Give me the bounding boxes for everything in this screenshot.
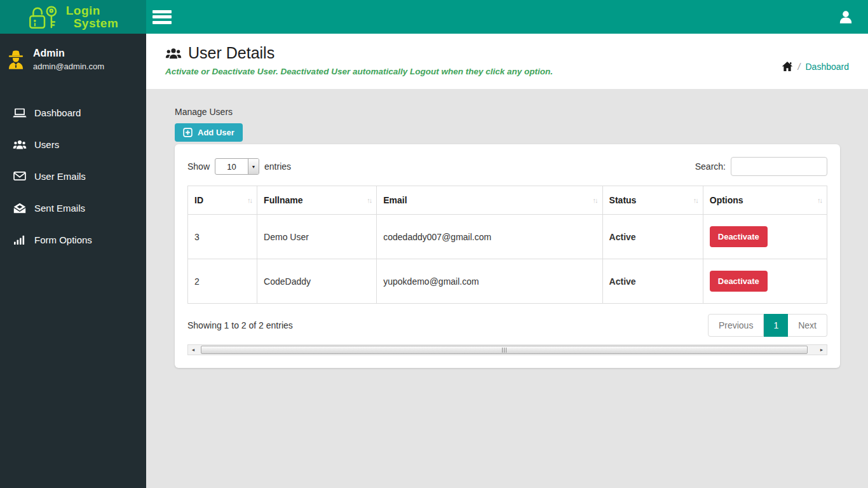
deactivate-button[interactable]: Deactivate — [710, 226, 768, 247]
sidebar-nav: Dashboard Users — [0, 85, 146, 255]
table-row: 3 Demo User codedaddy007@gmail.com Activ… — [188, 215, 827, 259]
user-account-icon[interactable] — [837, 9, 854, 25]
plus-square-icon — [183, 128, 193, 137]
top-header: Login System — [0, 0, 868, 34]
sidebar-item-user-emails[interactable]: User Emails — [0, 160, 146, 192]
sidebar-item-label: Form Options — [34, 234, 92, 245]
user-secret-icon — [6, 50, 25, 70]
column-header-email[interactable]: Email ↑↓ — [377, 186, 602, 215]
main-content: User Details Activate or Deactivate User… — [146, 0, 868, 386]
brand-logo[interactable]: Login System — [0, 0, 146, 34]
table-row: 2 CodeDaddy yupokdemo@gmail.com Active D… — [188, 259, 827, 304]
breadcrumb-link-dashboard[interactable]: Dashboard — [806, 62, 850, 72]
content-body: Manage Users Add User Show 10 ▼ entries — [146, 89, 868, 386]
lock-key-icon — [28, 4, 61, 30]
search-control: Search: — [695, 157, 827, 176]
table-header-row: ID ↑↓ Fullname ↑↓ Email ↑↓ Status — [188, 186, 827, 215]
sidebar-item-dashboard[interactable]: Dashboard — [0, 97, 146, 128]
menu-toggle-button[interactable] — [153, 9, 172, 25]
pagination-previous-button[interactable]: Previous — [708, 314, 764, 337]
page-heading: User Details Activate or Deactivate User… — [165, 44, 553, 76]
cell-id: 2 — [188, 259, 257, 304]
search-input[interactable] — [731, 157, 827, 176]
cell-email: yupokdemo@gmail.com — [377, 259, 602, 304]
topbar — [146, 0, 868, 34]
sort-icon[interactable]: ↑↓ — [247, 196, 252, 204]
signal-bars-icon — [13, 233, 27, 247]
show-label: Show — [187, 161, 210, 172]
sidebar-item-label: Users — [34, 139, 59, 150]
pagination: Previous 1 Next — [708, 314, 827, 337]
breadcrumb: / Dashboard — [782, 60, 849, 73]
table-info: Showing 1 to 2 of 2 entries — [187, 320, 293, 330]
page-length-value: 10 — [215, 162, 248, 172]
cell-options: Deactivate — [703, 215, 827, 259]
users-icon — [13, 137, 27, 151]
admin-name: Admin — [33, 48, 104, 59]
envelope-icon — [13, 169, 27, 183]
users-table: ID ↑↓ Fullname ↑↓ Email ↑↓ Status — [187, 186, 827, 304]
sidebar-admin-block: Admin admin@admin.com — [0, 34, 146, 85]
page-length-select[interactable]: 10 ▼ — [215, 158, 259, 175]
page-title: User Details — [165, 44, 553, 62]
sidebar-item-sent-emails[interactable]: Sent Emails — [0, 192, 146, 224]
scrollbar-thumb[interactable] — [201, 346, 808, 354]
sort-icon[interactable]: ↑↓ — [817, 196, 822, 204]
brand-title: Login System — [66, 4, 119, 30]
table-footer: Showing 1 to 2 of 2 entries Previous 1 N… — [187, 314, 827, 337]
users-table-card: Show 10 ▼ entries Search: ID — [175, 144, 840, 368]
scroll-right-arrow-icon[interactable]: ► — [817, 345, 827, 355]
laptop-icon — [13, 105, 27, 119]
pagination-next-button[interactable]: Next — [788, 314, 827, 337]
table-controls: Show 10 ▼ entries Search: — [187, 157, 827, 176]
sidebar-item-users[interactable]: Users — [0, 128, 146, 160]
add-user-label: Add User — [198, 128, 234, 137]
cell-status: Active — [602, 215, 703, 259]
add-user-button[interactable]: Add User — [175, 123, 243, 142]
cell-fullname: CodeDaddy — [257, 259, 377, 304]
entries-label: entries — [264, 161, 291, 172]
admin-info: Admin admin@admin.com — [33, 48, 104, 71]
users-title-icon — [165, 45, 182, 62]
sidebar-item-form-options[interactable]: Form Options — [0, 224, 146, 255]
cell-status: Active — [602, 259, 703, 304]
content-header: User Details Activate or Deactivate User… — [146, 34, 868, 89]
column-header-status[interactable]: Status ↑↓ — [602, 186, 703, 215]
pagination-page-1-button[interactable]: 1 — [764, 314, 788, 337]
page-subtitle: Activate or Deactivate User. Deactivated… — [165, 67, 553, 76]
cell-email: codedaddy007@gmail.com — [377, 215, 602, 259]
sidebar: Admin admin@admin.com Dashboard — [0, 34, 146, 488]
sort-icon[interactable]: ↑↓ — [693, 196, 698, 204]
panel-heading: Manage Users — [175, 107, 839, 117]
sort-icon[interactable]: ↑↓ — [593, 196, 597, 204]
column-header-options[interactable]: Options ↑↓ — [703, 186, 827, 215]
sidebar-item-label: Dashboard — [34, 107, 81, 118]
scrollbar-track[interactable] — [198, 345, 817, 355]
sort-icon[interactable]: ↑↓ — [367, 196, 371, 204]
sidebar-item-label: Sent Emails — [34, 203, 85, 214]
page-title-text: User Details — [188, 44, 275, 62]
sidebar-item-label: User Emails — [34, 171, 86, 182]
column-header-fullname[interactable]: Fullname ↑↓ — [257, 186, 377, 215]
breadcrumb-separator: / — [798, 62, 801, 72]
scrollbar-grip-icon — [502, 348, 507, 353]
deactivate-button[interactable]: Deactivate — [710, 271, 768, 292]
cell-options: Deactivate — [703, 259, 827, 304]
search-label: Search: — [695, 161, 726, 172]
scroll-left-arrow-icon[interactable]: ◄ — [188, 345, 198, 355]
cell-id: 3 — [188, 215, 257, 259]
envelope-open-icon — [13, 201, 27, 215]
cell-fullname: Demo User — [257, 215, 377, 259]
column-header-id[interactable]: ID ↑↓ — [188, 186, 257, 215]
home-icon[interactable] — [782, 61, 793, 72]
horizontal-scrollbar[interactable]: ◄ ► — [187, 344, 827, 355]
page-length-control: Show 10 ▼ entries — [187, 158, 291, 175]
admin-email: admin@admin.com — [33, 62, 104, 71]
select-dropdown-button[interactable]: ▼ — [248, 159, 259, 174]
